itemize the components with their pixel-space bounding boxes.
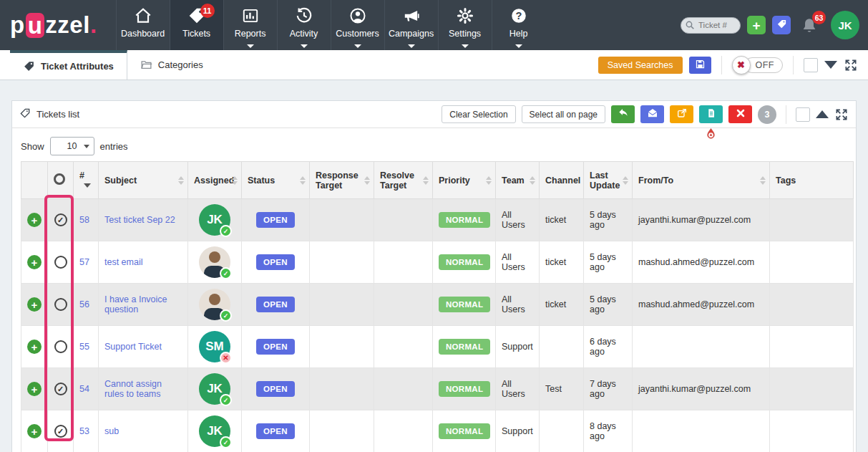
column-header-from_to[interactable]: From/To <box>633 162 770 199</box>
column-header-response_target[interactable]: Response Target <box>310 162 374 199</box>
sort-icon[interactable] <box>530 176 535 185</box>
nav-item-label: Help <box>509 29 528 39</box>
page-size-select[interactable]: 10 <box>50 137 94 155</box>
column-header-subject[interactable]: Subject <box>99 162 188 199</box>
row-select-radio[interactable]: ✓ <box>54 383 67 395</box>
sort-icon[interactable] <box>423 176 429 185</box>
nav-item-campaigns[interactable]: Campaigns <box>384 0 438 50</box>
row-select-radio[interactable] <box>54 256 67 269</box>
chevron-down-icon <box>247 44 254 48</box>
column-label: # <box>79 170 84 181</box>
question-icon: ? <box>509 6 528 25</box>
row-select-radio[interactable]: ✓ <box>54 425 67 438</box>
column-header-status[interactable]: Status <box>242 162 310 199</box>
tag-icon <box>776 19 787 32</box>
column-header-select[interactable] <box>48 162 74 199</box>
priority-badge: NORMAL <box>439 212 490 228</box>
ticket-subject-link[interactable]: Test ticket Sep 22 <box>104 215 175 225</box>
add-plus-icon[interactable]: + <box>27 255 42 269</box>
ticket-subject-link[interactable]: test email <box>104 257 143 267</box>
ticket-subject-link[interactable]: Support Ticket <box>104 342 162 352</box>
header-checkbox[interactable] <box>804 58 818 72</box>
user-avatar[interactable]: JK <box>831 11 859 39</box>
tab-categories[interactable]: Categories <box>127 50 216 80</box>
ticket-subject-link[interactable]: I have a Invoice question <box>104 294 167 314</box>
ticket-id-link[interactable]: 53 <box>79 426 89 436</box>
add-plus-icon[interactable]: + <box>27 424 42 438</box>
tab-ticket-attributes[interactable]: Ticket Attributes <box>10 50 127 80</box>
sort-icon[interactable] <box>486 176 492 185</box>
sort-icon[interactable] <box>178 176 184 185</box>
list-checkbox[interactable] <box>796 107 810 122</box>
document-button[interactable] <box>699 105 723 123</box>
ticket-id-link[interactable]: 55 <box>79 342 89 352</box>
cell-last-update: 5 days ago <box>584 199 633 241</box>
collapse-down-button[interactable] <box>824 61 837 69</box>
ticket-subject-link[interactable]: Cannot assign rules to teams <box>104 379 162 399</box>
column-label: Assigned <box>194 175 234 186</box>
column-label: Response Target <box>316 170 359 191</box>
add-plus-icon[interactable]: + <box>27 213 42 227</box>
ticket-id-link[interactable]: 57 <box>79 257 89 267</box>
select-all-button[interactable]: Select all on page <box>522 105 605 123</box>
tickets-table: #SubjectAssignedStatusResponse TargetRes… <box>21 161 854 452</box>
add-plus-icon[interactable]: + <box>27 382 42 396</box>
column-header-channel: Channel <box>540 162 584 199</box>
cell-tags <box>770 199 854 241</box>
ticket-subject-link[interactable]: sub <box>104 426 119 436</box>
cell-from-to: jayanthi.kumar@puzzel.com <box>633 199 770 241</box>
save-search-button[interactable] <box>689 57 711 74</box>
nav-item-settings[interactable]: Settings <box>438 0 492 50</box>
nav-item-customers[interactable]: Customers <box>331 0 384 50</box>
column-header-last_update[interactable]: Last Update <box>584 162 633 199</box>
ticket-id-link[interactable]: 56 <box>79 299 89 309</box>
ticket-id-link[interactable]: 58 <box>79 215 89 225</box>
nav-item-reports[interactable]: Reports <box>223 0 277 50</box>
collapse-up-button[interactable] <box>816 110 829 118</box>
cell-last-update: 6 days ago <box>584 326 633 368</box>
select-all-circle-icon[interactable] <box>54 173 65 185</box>
sort-icon[interactable] <box>300 176 306 185</box>
person-icon <box>348 6 367 25</box>
priority-badge: NORMAL <box>439 297 490 312</box>
fullscreen-expand-icon[interactable] <box>844 58 858 72</box>
sort-icon[interactable] <box>364 176 370 185</box>
cell-select <box>48 241 74 284</box>
selected-count-badge: 3 <box>758 105 776 124</box>
column-header-resolve_target[interactable]: Resolve Target <box>374 162 433 199</box>
sort-icon[interactable] <box>760 176 766 185</box>
tags-button[interactable] <box>772 16 791 34</box>
row-select-radio[interactable] <box>54 340 67 353</box>
column-header-id[interactable]: # <box>74 162 99 199</box>
sort-icon[interactable] <box>232 176 238 185</box>
add-ticket-button[interactable]: + <box>747 16 766 34</box>
nav-item-activity[interactable]: Activity <box>277 0 331 50</box>
email-button[interactable] <box>640 105 664 123</box>
nav-item-help[interactable]: ?Help <box>492 0 545 50</box>
nav-item-dashboard[interactable]: Dashboard <box>116 0 170 50</box>
sort-icon[interactable] <box>623 176 628 185</box>
row-select-radio[interactable] <box>54 298 67 311</box>
ticket-id-link[interactable]: 54 <box>79 384 89 394</box>
column-header-team[interactable]: Team <box>496 162 540 199</box>
column-header-assigned[interactable]: Assigned <box>188 162 242 199</box>
notifications-button[interactable]: 63 <box>800 14 821 36</box>
filter-toggle[interactable]: ✖ OFF <box>732 56 784 74</box>
reply-button[interactable] <box>611 105 635 123</box>
list-fullscreen-icon[interactable] <box>834 107 849 122</box>
row-select-radio[interactable]: ✓ <box>54 213 67 226</box>
column-header-priority[interactable]: Priority <box>433 162 496 199</box>
cell-team: All Users <box>496 199 540 241</box>
priority-badge: NORMAL <box>439 339 490 355</box>
nav-item-tickets[interactable]: 11Tickets <box>170 0 223 50</box>
puzzel-logo[interactable]: puzzel. <box>0 0 116 50</box>
clear-selection-button[interactable]: Clear Selection <box>442 105 515 123</box>
saved-searches-button[interactable]: Saved Searches <box>598 57 683 74</box>
avatar-initials: JK <box>207 213 223 227</box>
add-plus-icon[interactable]: + <box>27 297 42 312</box>
add-plus-icon[interactable]: + <box>27 340 42 354</box>
export-button[interactable] <box>670 105 693 123</box>
column-label: Subject <box>104 175 137 186</box>
delete-button[interactable] <box>728 105 752 123</box>
cell-response-target <box>310 284 374 326</box>
